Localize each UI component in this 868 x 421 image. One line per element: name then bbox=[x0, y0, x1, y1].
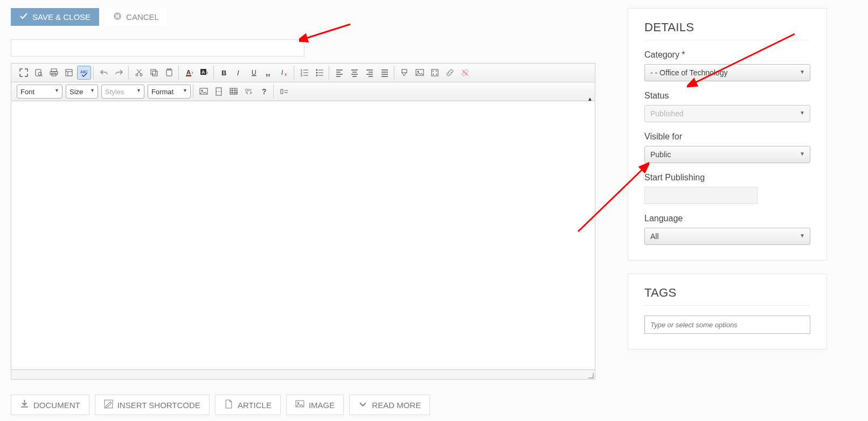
start-publishing-input[interactable] bbox=[644, 187, 758, 204]
edit-icon bbox=[104, 399, 113, 410]
language-label: Language bbox=[644, 214, 810, 223]
text-color-icon[interactable]: A bbox=[182, 66, 196, 80]
table-icon[interactable] bbox=[227, 85, 241, 99]
copy-icon[interactable] bbox=[147, 66, 161, 80]
image-label: IMAGE bbox=[309, 401, 335, 410]
align-right-icon[interactable] bbox=[363, 66, 377, 80]
flash-icon[interactable] bbox=[428, 66, 442, 80]
editor-toolbar-row-2: Font Size Styles Format DIV ? bbox=[11, 82, 595, 101]
svg-point-30 bbox=[316, 69, 318, 71]
editor-statusbar bbox=[11, 369, 595, 379]
article-button[interactable]: ARTICLE bbox=[215, 395, 281, 415]
help-icon[interactable]: ? bbox=[257, 85, 271, 99]
collapse-toolbar-icon[interactable]: ▲ bbox=[587, 96, 593, 102]
templates-icon[interactable] bbox=[62, 66, 76, 80]
svg-point-37 bbox=[433, 71, 434, 72]
category-select[interactable]: - - Office of Technology bbox=[644, 64, 810, 81]
anchor-icon[interactable] bbox=[398, 66, 412, 80]
file-icon bbox=[224, 399, 233, 410]
format-select[interactable]: Format bbox=[148, 85, 191, 99]
cut-icon[interactable] bbox=[132, 66, 146, 80]
svg-rect-13 bbox=[151, 69, 156, 74]
svg-rect-33 bbox=[402, 69, 407, 73]
visible-for-select[interactable]: Public bbox=[644, 146, 810, 163]
svg-point-49 bbox=[297, 402, 299, 404]
numbered-list-icon[interactable]: 123 bbox=[297, 66, 311, 80]
svg-point-12 bbox=[140, 74, 142, 76]
maximize-icon[interactable] bbox=[17, 66, 31, 80]
spellcheck-icon[interactable]: ABC bbox=[77, 66, 91, 80]
cancel-label: CANCEL bbox=[126, 12, 159, 22]
font-select[interactable]: Font bbox=[17, 85, 63, 99]
status-select: Published bbox=[644, 105, 810, 122]
link-icon[interactable] bbox=[443, 66, 457, 80]
align-center-icon[interactable] bbox=[348, 66, 362, 80]
editor-content-area[interactable] bbox=[11, 101, 595, 369]
remove-format-icon[interactable]: Ix bbox=[277, 66, 291, 80]
insert-shortcode-button[interactable]: INSERT SHORTCODE bbox=[95, 395, 210, 415]
svg-text:ABC: ABC bbox=[80, 70, 88, 74]
save-close-label: SAVE & CLOSE bbox=[32, 12, 91, 22]
styles-select[interactable]: Styles bbox=[101, 85, 144, 99]
paste-icon[interactable] bbox=[162, 66, 176, 80]
redo-icon[interactable] bbox=[112, 66, 126, 80]
resize-grip-icon[interactable] bbox=[587, 371, 594, 378]
unlink-icon[interactable] bbox=[458, 66, 472, 80]
tags-panel: TAGS bbox=[628, 273, 827, 349]
image-button-icon[interactable] bbox=[413, 66, 427, 80]
svg-rect-6 bbox=[51, 69, 57, 72]
category-label: Category * bbox=[644, 50, 810, 60]
svg-rect-36 bbox=[432, 69, 438, 76]
svg-point-40 bbox=[436, 74, 437, 75]
svg-text:A: A bbox=[202, 69, 205, 75]
insert-shortcode-label: INSERT SHORTCODE bbox=[117, 401, 200, 410]
undo-icon[interactable] bbox=[97, 66, 111, 80]
svg-rect-4 bbox=[36, 69, 41, 76]
svg-text:A: A bbox=[186, 69, 191, 75]
image-button[interactable]: IMAGE bbox=[286, 395, 344, 415]
svg-point-11 bbox=[136, 74, 138, 76]
bold-icon[interactable]: B bbox=[217, 66, 231, 80]
print-icon[interactable] bbox=[47, 66, 61, 80]
align-left-icon[interactable] bbox=[332, 66, 346, 80]
cancel-button[interactable]: CANCEL bbox=[105, 8, 168, 26]
svg-text:I: I bbox=[237, 69, 239, 77]
read-more-button[interactable]: READ MORE bbox=[349, 395, 430, 415]
size-select[interactable]: Size bbox=[66, 85, 98, 99]
svg-point-35 bbox=[418, 71, 419, 73]
svg-text:DIV: DIV bbox=[245, 88, 252, 92]
page-break-icon[interactable] bbox=[212, 85, 226, 99]
download-icon bbox=[20, 399, 29, 410]
tags-input[interactable] bbox=[644, 315, 810, 334]
bg-color-icon[interactable]: A bbox=[197, 66, 211, 80]
details-heading: DETAILS bbox=[644, 20, 810, 40]
details-panel: DETAILS Category * - - Office of Technol… bbox=[628, 8, 827, 261]
document-label: DOCUMENT bbox=[33, 401, 80, 410]
align-justify-icon[interactable] bbox=[378, 66, 392, 80]
title-input[interactable] bbox=[11, 39, 304, 57]
svg-rect-15 bbox=[166, 69, 172, 76]
blockquote-icon[interactable]: ,, bbox=[262, 66, 276, 80]
chevron-down-icon bbox=[358, 399, 367, 410]
language-select[interactable]: All bbox=[644, 228, 810, 245]
show-blocks-icon[interactable] bbox=[277, 85, 291, 99]
article-label: ARTICLE bbox=[238, 401, 272, 410]
svg-point-32 bbox=[316, 75, 318, 76]
preview-icon[interactable] bbox=[32, 66, 46, 80]
svg-rect-18 bbox=[186, 75, 191, 76]
svg-text:I: I bbox=[281, 69, 283, 76]
status-label: Status bbox=[644, 91, 810, 101]
underline-icon[interactable]: U bbox=[247, 66, 261, 80]
document-button[interactable]: DOCUMENT bbox=[11, 395, 89, 415]
save-close-button[interactable]: SAVE & CLOSE bbox=[11, 8, 99, 26]
svg-rect-9 bbox=[66, 69, 72, 76]
bullet-list-icon[interactable] bbox=[313, 66, 327, 80]
image-icon bbox=[295, 399, 304, 410]
visible-for-label: Visible for bbox=[644, 132, 810, 142]
insert-image-icon[interactable] bbox=[197, 85, 211, 99]
svg-point-31 bbox=[316, 72, 318, 74]
div-container-icon[interactable]: DIV bbox=[242, 85, 256, 99]
start-publishing-label: Start Publishing bbox=[644, 173, 810, 183]
italic-icon[interactable]: I bbox=[232, 66, 246, 80]
rich-text-editor: ABC A A B I U bbox=[11, 63, 595, 380]
